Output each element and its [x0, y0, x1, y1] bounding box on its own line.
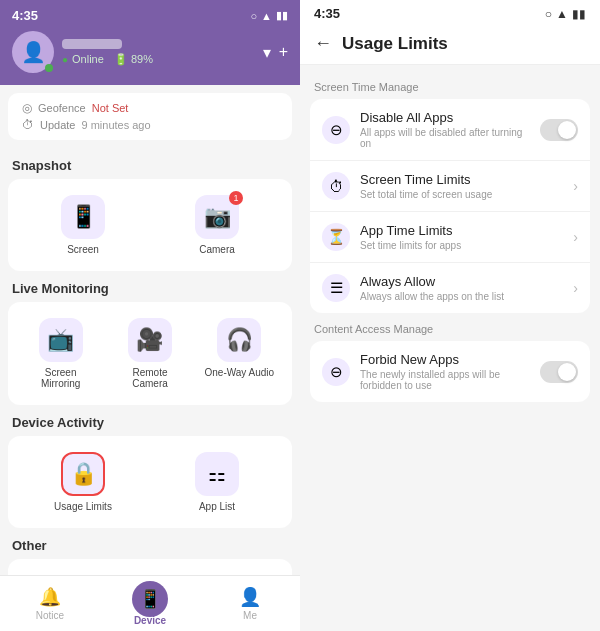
remote-camera-icon: 🎥 [136, 327, 163, 353]
screen-mirroring-icon: 📺 [47, 327, 74, 353]
wifi-icon: ▲ [261, 10, 272, 22]
camera-badge: 1 [229, 191, 243, 205]
geofence-icon: ◎ [22, 101, 32, 115]
content-access-section-label: Content Access Manage [314, 323, 586, 335]
snapshot-grid: 📱 Screen 📷 1 Camera [20, 191, 280, 259]
right-battery-icon: ▮▮ [572, 7, 586, 21]
profile-status: ● Online 🔋 89% [62, 53, 153, 66]
other-section: Other 💡 Find Child's App 🛡 Check Permiss… [8, 538, 292, 575]
bottom-nav: 🔔 Notice 📱 Device 👤 Me [0, 575, 300, 631]
other-title: Other [12, 538, 292, 553]
app-time-limits-icon: ⏳ [327, 228, 346, 246]
back-button[interactable]: ← [314, 33, 332, 54]
always-allow-icon-wrap: ☰ [322, 274, 350, 302]
forbid-apps-toggle-knob [558, 363, 576, 381]
always-allow-chevron: › [573, 279, 578, 297]
always-allow-row[interactable]: ☰ Always Allow Always allow the apps on … [310, 263, 590, 313]
usage-limits-icon-wrap: 🔒 [61, 452, 105, 496]
status-time: 4:35 [12, 8, 38, 23]
screen-time-limits-row[interactable]: ⏱ Screen Time Limits Set total time of s… [310, 161, 590, 212]
right-signal-icon: ○ [545, 7, 552, 21]
forbid-new-apps-icon-wrap: ⊖ [322, 358, 350, 386]
screen-label: Screen [67, 244, 99, 255]
chevron-icon: › [573, 178, 578, 194]
right-status-bar: 4:35 ○ ▲ ▮▮ [300, 0, 600, 27]
screen-feature[interactable]: 📱 Screen [20, 191, 146, 259]
snapshot-card: 📱 Screen 📷 1 Camera [8, 179, 292, 271]
screen-time-limits-icon-wrap: ⏱ [322, 172, 350, 200]
app-list-icon: ⚏ [208, 462, 226, 486]
app-time-limits-text: App Time Limits Set time limits for apps [360, 223, 567, 251]
live-monitoring-card: 📺 Screen Mirroring 🎥 Remote Camera 🎧 [8, 302, 292, 405]
nav-device[interactable]: 📱 Device [100, 576, 200, 631]
app-time-limits-icon-wrap: ⏳ [322, 223, 350, 251]
usage-limits-label: Usage Limits [54, 501, 112, 512]
app-list-label: App List [199, 501, 235, 512]
battery-percent: 🔋 89% [114, 53, 153, 66]
app-time-limits-chevron: › [573, 228, 578, 246]
chevron-icon-3: › [573, 280, 578, 296]
forbid-new-apps-subtitle: The newly installed apps will be forbidd… [360, 369, 534, 391]
app-list-feature[interactable]: ⚏ App List [154, 448, 280, 516]
forbid-new-apps-icon: ⊖ [330, 363, 343, 381]
always-allow-title: Always Allow [360, 274, 567, 289]
disable-all-apps-row[interactable]: ⊖ Disable All Apps All apps will be disa… [310, 99, 590, 161]
left-panel: 4:35 ○ ▲ ▮▮ 👤 ● Online 🔋 89% [0, 0, 300, 631]
screen-icon: 📱 [70, 204, 97, 230]
device-activity-grid: 🔒 Usage Limits ⚏ App List [20, 448, 280, 516]
nav-me[interactable]: 👤 Me [200, 576, 300, 631]
device-activity-card: 🔒 Usage Limits ⚏ App List [8, 436, 292, 528]
battery-icon: ▮▮ [276, 9, 288, 22]
screen-mirroring-label: Screen Mirroring [24, 367, 97, 389]
feature-scroll-area: Snapshot 📱 Screen 📷 1 Camera [0, 148, 300, 575]
dropdown-button[interactable]: ▾ [263, 43, 271, 62]
other-card: 💡 Find Child's App 🛡 Check Permissions [8, 559, 292, 575]
screen-time-limits-icon: ⏱ [329, 178, 344, 195]
always-allow-text: Always Allow Always allow the apps on th… [360, 274, 567, 302]
nav-notice[interactable]: 🔔 Notice [0, 576, 100, 631]
screen-time-card: ⊖ Disable All Apps All apps will be disa… [310, 99, 590, 313]
screen-mirroring-feature[interactable]: 📺 Screen Mirroring [20, 314, 101, 393]
forbid-new-apps-row[interactable]: ⊖ Forbid New Apps The newly installed ap… [310, 341, 590, 402]
one-way-audio-icon: 🎧 [226, 327, 253, 353]
right-scroll: Screen Time Manage ⊖ Disable All Apps Al… [300, 65, 600, 631]
app-time-limits-subtitle: Set time limits for apps [360, 240, 567, 251]
remote-camera-label: Remote Camera [113, 367, 186, 389]
forbid-new-apps-toggle[interactable] [540, 361, 578, 383]
app-time-limits-title: App Time Limits [360, 223, 567, 238]
always-allow-icon: ☰ [330, 279, 343, 297]
live-monitoring-section: Live Monitoring 📺 Screen Mirroring 🎥 Rem… [8, 281, 292, 405]
disable-all-apps-text: Disable All Apps All apps will be disabl… [360, 110, 534, 149]
update-label: Update [40, 119, 75, 131]
remote-camera-feature[interactable]: 🎥 Remote Camera [109, 314, 190, 393]
geofence-value: Not Set [92, 102, 129, 114]
one-way-audio-icon-wrap: 🎧 [217, 318, 261, 362]
forbid-apps-toggle-track[interactable] [540, 361, 578, 383]
content-access-card: ⊖ Forbid New Apps The newly installed ap… [310, 341, 590, 402]
header-actions: ▾ + [263, 43, 288, 62]
update-value: 9 minutes ago [81, 119, 150, 131]
profile-info: ● Online 🔋 89% [62, 39, 153, 66]
chevron-icon-2: › [573, 229, 578, 245]
camera-icon: 📷 [204, 204, 231, 230]
right-header: ← Usage Limits [300, 27, 600, 65]
one-way-audio-feature[interactable]: 🎧 One-Way Audio [199, 314, 280, 393]
live-monitoring-title: Live Monitoring [12, 281, 292, 296]
usage-limits-feature[interactable]: 🔒 Usage Limits [20, 448, 146, 516]
update-row: ⏱ Update 9 minutes ago [22, 118, 278, 132]
screen-time-limits-text: Screen Time Limits Set total time of scr… [360, 172, 567, 200]
notice-label: Notice [36, 610, 64, 621]
snapshot-section: Snapshot 📱 Screen 📷 1 Camera [8, 158, 292, 271]
device-info-bar: ◎ Geofence Not Set ⏱ Update 9 minutes ag… [8, 93, 292, 140]
profile-row: 👤 ● Online 🔋 89% ▾ + [12, 31, 288, 73]
signal-icon: ○ [250, 10, 257, 22]
camera-feature[interactable]: 📷 1 Camera [154, 191, 280, 259]
disable-all-apps-toggle[interactable] [540, 119, 578, 141]
always-allow-subtitle: Always allow the apps on the list [360, 291, 567, 302]
app-time-limits-row[interactable]: ⏳ App Time Limits Set time limits for ap… [310, 212, 590, 263]
add-button[interactable]: + [279, 43, 288, 62]
disable-apps-toggle-track[interactable] [540, 119, 578, 141]
notice-icon: 🔔 [39, 586, 61, 608]
right-title: Usage Limits [342, 34, 448, 54]
geofence-row: ◎ Geofence Not Set [22, 101, 278, 115]
